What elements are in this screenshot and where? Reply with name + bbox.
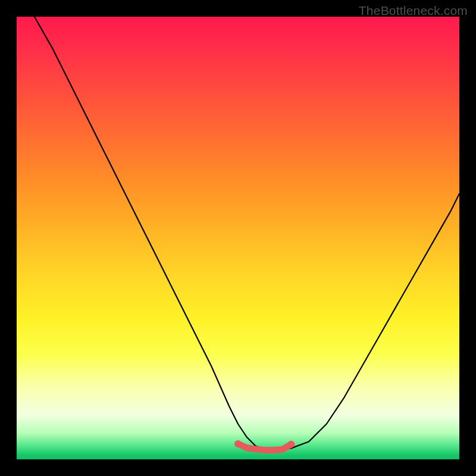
- bottleneck-curve: [35, 17, 459, 450]
- optimal-band-marker: [238, 444, 291, 450]
- optimal-band-end-dot: [287, 441, 295, 448]
- watermark-text: TheBottleneck.com: [359, 4, 468, 18]
- chart-frame: TheBottleneck.com: [0, 0, 476, 476]
- plot-area: [17, 17, 459, 459]
- optimal-band-start-dot: [234, 440, 242, 447]
- curve-layer: [17, 17, 459, 459]
